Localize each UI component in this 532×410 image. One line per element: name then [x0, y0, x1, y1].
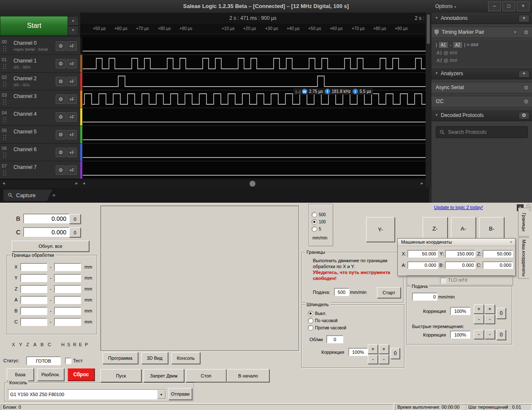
minimize-button[interactable]: –: [488, 2, 501, 11]
channel-trigger-button[interactable]: +F: [67, 77, 77, 86]
limits-start-button[interactable]: Старт: [377, 287, 401, 298]
side-tab-coords[interactable]: Маш.координаты: [518, 237, 529, 279]
feed-override-input[interactable]: [450, 307, 470, 315]
scroll-right-icon[interactable]: ►: [75, 181, 79, 185]
machine-coords-titlebar[interactable]: Машинные координаты ×: [398, 239, 515, 246]
rpm-input[interactable]: [326, 335, 343, 343]
tlo-checkbox[interactable]: [440, 277, 446, 284]
limit-to-input[interactable]: [54, 318, 81, 326]
unlock-button[interactable]: Разблок.: [37, 368, 64, 381]
close-button[interactable]: ×: [517, 2, 529, 11]
radio-option[interactable]: 100: [312, 218, 326, 225]
channel-settings-button[interactable]: ⚙: [56, 148, 66, 157]
waveform-scrollbar[interactable]: ◄ ►: [80, 179, 426, 188]
coord-value[interactable]: [407, 261, 438, 269]
update-link[interactable]: Update to logic 2 today!: [434, 205, 483, 210]
waveform-lane[interactable]: [80, 144, 426, 161]
feed-minus-button[interactable]: -: [474, 315, 484, 324]
waveform-lane[interactable]: [80, 73, 426, 90]
vertical-scrollbar[interactable]: [426, 13, 432, 187]
channel-row[interactable]: 01Channel 1I2C - SDA⚙+F: [0, 55, 80, 73]
scroll-right-icon[interactable]: ►: [420, 181, 424, 185]
waveform-lane[interactable]: [80, 90, 426, 108]
channel-settings-button[interactable]: ⚙: [56, 59, 66, 68]
start-up-button[interactable]: ▲: [68, 16, 79, 26]
protocol-search[interactable]: [436, 126, 528, 138]
rapid-override-input[interactable]: [450, 331, 470, 339]
test-checkbox[interactable]: [65, 358, 71, 364]
coord-value[interactable]: [445, 261, 475, 269]
stop-button[interactable]: Стоп: [186, 369, 226, 382]
gear-icon[interactable]: ⚙: [524, 96, 529, 107]
channel-settings-button[interactable]: ⚙: [56, 112, 66, 122]
timing-marker-pair-row[interactable]: Timing Marker Pair ▼ ⚙: [432, 27, 532, 38]
add-analyzer-button[interactable]: +: [518, 70, 529, 78]
analyzer-row-i2c[interactable]: I2C ⚙: [432, 96, 532, 107]
start-capture-button[interactable]: Start: [0, 16, 68, 35]
feed-input[interactable]: [412, 293, 437, 301]
override-minus-button[interactable]: -: [368, 355, 378, 364]
spindle-override-input[interactable]: [348, 348, 368, 356]
override-plus-button[interactable]: +: [368, 345, 378, 354]
channel-row[interactable]: 05Channel 5⚙+F: [0, 126, 80, 144]
decoded-protocols-header[interactable]: ▼ Decoded Protocols ⚙: [432, 110, 532, 121]
rapid-minus-button[interactable]: -: [474, 330, 484, 339]
limit-from-input[interactable]: [20, 318, 47, 326]
waveform-lane[interactable]: [80, 161, 426, 179]
start-down-button[interactable]: ▼: [68, 26, 79, 35]
channel-row[interactable]: 07Channel 7⚙+F: [0, 161, 80, 179]
rewind-button[interactable]: В начало: [227, 369, 269, 382]
gear-icon[interactable]: ⚙: [524, 27, 529, 38]
waveform-area[interactable]: 2 s : 471 ms : 900 µs 2 s : +50 µs+60 µs…: [80, 13, 426, 187]
chevron-down-icon[interactable]: ▼: [513, 27, 517, 38]
zero-all-button[interactable]: Обнул. все: [12, 241, 89, 252]
waveform-lane[interactable]: [80, 108, 426, 126]
limit-to-input[interactable]: [54, 263, 81, 271]
collapse-icon[interactable]: ▼: [435, 110, 438, 121]
analyzers-header[interactable]: ▼ Analyzers +: [432, 68, 532, 79]
channel-row[interactable]: 04Channel 4⚙+F: [0, 108, 80, 126]
jog-button[interactable]: A-: [451, 217, 476, 240]
limit-to-input[interactable]: [54, 296, 81, 304]
feed-plus-button[interactable]: +: [485, 304, 495, 314]
zero-b-button[interactable]: 0: [69, 214, 81, 224]
view-tab[interactable]: Консоль: [171, 352, 200, 364]
gcode-input[interactable]: [8, 390, 157, 399]
channel-settings-button[interactable]: ⚙: [56, 130, 66, 139]
view-tab[interactable]: Программа: [103, 352, 138, 364]
channel-settings-button[interactable]: ⚙: [56, 41, 66, 51]
run-start-button[interactable]: Пуск: [100, 369, 141, 382]
dropdown-button[interactable]: ▼: [157, 390, 166, 399]
collapse-icon[interactable]: ▼: [435, 68, 438, 79]
waveform-lane[interactable]: [80, 55, 426, 73]
feed-zero-button[interactable]: 0: [497, 308, 506, 319]
channel-row[interactable]: 03Channel 3⚙+F: [0, 90, 80, 108]
zero-c-button[interactable]: 0: [69, 228, 81, 237]
scroll-left-icon[interactable]: ◄: [2, 181, 5, 185]
analyzer-row-async-serial[interactable]: Async Serial ⚙: [432, 82, 532, 93]
feed-minus-button[interactable]: -: [485, 315, 495, 324]
limit-from-input[interactable]: [20, 263, 47, 271]
channel-trigger-button[interactable]: +F: [67, 130, 77, 139]
tab-capture[interactable]: Capture: [3, 190, 52, 201]
coord-value[interactable]: [483, 250, 513, 258]
side-tab-limits[interactable]: Границы: [518, 208, 529, 236]
coord-value[interactable]: [407, 250, 438, 258]
limit-from-input[interactable]: [20, 296, 47, 304]
waveform-lane[interactable]: [80, 37, 426, 55]
axis-b-value[interactable]: [23, 214, 69, 223]
scrollbar-thumb[interactable]: [427, 14, 430, 44]
rapid-zero-button[interactable]: 0: [497, 330, 506, 340]
maximize-button[interactable]: □: [502, 2, 515, 11]
view-tab[interactable]: 3D Вид: [141, 352, 168, 364]
channel-panel-scrollbar[interactable]: ◄ ►: [0, 179, 80, 188]
rapid-minus-button[interactable]: -: [485, 330, 495, 339]
coord-value[interactable]: [445, 250, 475, 258]
axis-c-value[interactable]: [23, 227, 69, 237]
channel-trigger-button[interactable]: +F: [67, 148, 77, 157]
feed-plus-button[interactable]: +: [474, 304, 484, 314]
annotations-header[interactable]: ▼ Annotations +: [432, 13, 532, 24]
gcode-combobox[interactable]: ▼: [8, 389, 166, 399]
override-zero-button[interactable]: 0: [391, 348, 400, 359]
limit-to-input[interactable]: [54, 285, 81, 293]
